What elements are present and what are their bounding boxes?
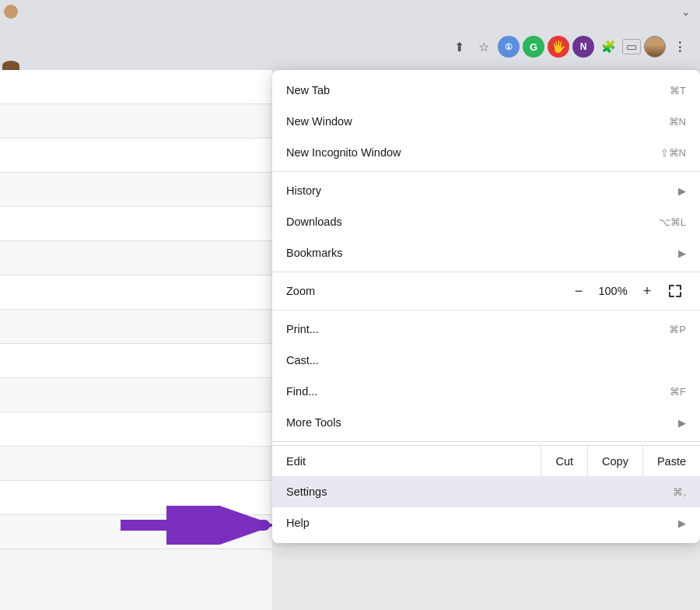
menu-item-settings-shortcut: ⌘, [673,486,686,498]
menu-item-new-window[interactable]: New Window ⌘N [272,106,700,137]
menu-item-cast[interactable]: Cast... [272,345,700,376]
menu-item-new-tab-shortcut: ⌘T [670,85,686,96]
edit-label: Edit [272,455,541,468]
menu-item-new-tab-label: New Tab [286,84,663,96]
page-stripe [0,310,272,344]
title-bar: ⌄ [0,0,700,23]
menu-item-more-tools[interactable]: More Tools ▶ [272,407,700,438]
menu-item-history-arrow: ▶ [678,185,686,197]
menu-item-help-label: Help [286,517,672,529]
more-options-button[interactable]: ⋮ [669,36,691,58]
copy-button[interactable]: Copy [587,446,642,476]
page-stripe [0,173,272,207]
onenote-icon[interactable]: N [572,36,594,58]
extensions-icon[interactable]: 🧩 [597,36,619,58]
page-stripe [0,275,272,310]
menu-item-new-tab[interactable]: New Tab ⌘T [272,75,700,106]
menu-item-more-tools-arrow: ▶ [678,417,686,429]
menu-item-settings[interactable]: Settings ⌘, [272,476,700,507]
menu-item-history[interactable]: History ▶ [272,175,700,206]
arrow-indicator [121,506,276,548]
menu-item-bookmarks-arrow: ▶ [678,247,686,259]
menu-item-bookmarks[interactable]: Bookmarks ▶ [272,237,700,268]
menu-item-new-incognito-shortcut: ⇧⌘N [660,147,686,159]
adblock-icon[interactable]: 🖐 [548,36,569,58]
avatar-icon[interactable] [644,36,666,58]
zoom-row: Zoom − 100% + [272,275,700,307]
menu-item-help-arrow: ▶ [678,517,686,529]
menu-divider-3 [272,310,700,310]
context-menu: New Tab ⌘T New Window ⌘N New Incognito W… [272,70,700,543]
menu-item-find-shortcut: ⌘F [670,386,686,398]
menu-divider-2 [272,272,700,272]
menu-item-find[interactable]: Find... ⌘F [272,376,700,407]
page-stripe [0,412,272,447]
menu-item-downloads-label: Downloads [286,216,653,228]
cut-button[interactable]: Cut [541,446,587,476]
menu-item-cast-label: Cast... [286,354,686,366]
share-icon[interactable]: ⬆ [448,36,470,58]
page-stripe [0,70,272,104]
menu-item-more-tools-label: More Tools [286,416,672,429]
page-stripe [0,241,272,275]
menu-divider-4 [272,441,700,442]
fullscreen-button[interactable] [664,280,686,302]
menu-item-print[interactable]: Print... ⌘P [272,314,700,345]
edit-row: Edit Cut Copy Paste [272,445,700,476]
browser-chrome: ⌄ ⬆ ☆ ① G 🖐 N 🧩 ▭ ⋮ [0,0,700,70]
menu-item-new-window-shortcut: ⌘N [669,116,686,128]
menu-item-downloads-shortcut: ⌥⌘L [659,216,686,228]
menu-item-help[interactable]: Help ▶ [272,507,700,538]
menu-item-settings-label: Settings [286,486,667,498]
sidebar-icon[interactable]: ▭ [622,39,641,54]
menu-item-new-window-label: New Window [286,115,663,128]
menu-item-bookmarks-label: Bookmarks [286,247,672,259]
menu-divider-1 [272,171,700,172]
menu-item-new-incognito-label: New Incognito Window [286,146,654,159]
security-icon[interactable]: ① [498,36,520,58]
menu-item-print-label: Print... [286,323,663,335]
bookmark-icon[interactable]: ☆ [473,36,495,58]
chevron-down-icon: ⌄ [681,5,691,18]
page-stripe [0,104,272,138]
paste-button[interactable]: Paste [642,446,700,476]
browser-toolbar: ⬆ ☆ ① G 🖐 N 🧩 ▭ ⋮ [0,23,700,70]
zoom-increase-button[interactable]: + [636,280,658,302]
menu-item-find-label: Find... [286,385,663,398]
page-stripe [0,378,272,412]
menu-item-print-shortcut: ⌘P [669,324,686,335]
menu-item-new-incognito[interactable]: New Incognito Window ⇧⌘N [272,137,700,168]
zoom-label: Zoom [286,285,568,297]
zoom-decrease-button[interactable]: − [568,280,590,302]
page-stripe [0,138,272,173]
page-stripe [0,207,272,241]
zoom-value: 100% [597,285,628,297]
grammarly-icon[interactable]: G [523,36,544,58]
zoom-controls: − 100% + [568,280,658,302]
menu-item-downloads[interactable]: Downloads ⌥⌘L [272,206,700,237]
page-stripe [0,447,272,481]
menu-item-history-label: History [286,184,672,197]
page-stripe [0,344,272,378]
